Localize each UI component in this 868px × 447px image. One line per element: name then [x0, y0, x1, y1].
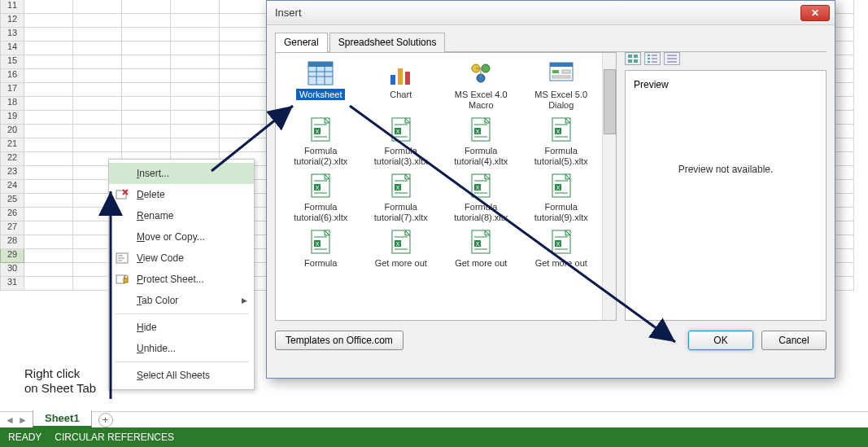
- cell[interactable]: [24, 263, 73, 277]
- template-formula-tutorial-2-xltx[interactable]: XFormula tutorial(2).xltx: [282, 116, 360, 167]
- row-header-28[interactable]: 28: [0, 235, 24, 249]
- cell[interactable]: [122, 55, 171, 69]
- cell[interactable]: [171, 14, 220, 28]
- row-header-29[interactable]: 29: [0, 249, 24, 263]
- close-button[interactable]: ✕: [800, 5, 830, 21]
- cell[interactable]: [171, 111, 220, 125]
- template-list[interactable]: WorksheetChartMS Excel 4.0 MacroMS Excel…: [275, 52, 617, 321]
- cell[interactable]: [171, 69, 220, 83]
- cell[interactable]: [24, 180, 73, 194]
- tab-general[interactable]: General: [275, 33, 328, 52]
- cell[interactable]: [171, 28, 220, 42]
- row-header-19[interactable]: 19: [0, 111, 24, 125]
- template-formula-tutorial-9-xltx[interactable]: XFormula tutorial(9).xltx: [523, 172, 600, 223]
- row-header-31[interactable]: 31: [0, 277, 24, 291]
- cell[interactable]: [220, 83, 268, 97]
- row-header-24[interactable]: 24: [0, 180, 24, 194]
- row-header-20[interactable]: 20: [0, 125, 24, 138]
- cell[interactable]: [24, 166, 73, 180]
- cell[interactable]: [73, 28, 122, 42]
- row-header-12[interactable]: 12: [0, 14, 24, 28]
- cell[interactable]: [24, 152, 73, 166]
- row-header-18[interactable]: 18: [0, 97, 24, 111]
- row-header-26[interactable]: 26: [0, 208, 24, 221]
- template-ms-excel-4-0-macro[interactable]: MS Excel 4.0 Macro: [443, 59, 520, 111]
- templates-office-button[interactable]: Templates on Office.com: [275, 331, 403, 350]
- cell[interactable]: [24, 42, 73, 55]
- cell[interactable]: [73, 0, 122, 14]
- tab-spreadsheet-solutions[interactable]: Spreadsheet Solutions: [329, 33, 446, 52]
- menu-view-code[interactable]: View Code: [109, 248, 254, 269]
- view-large-icons-button[interactable]: [625, 52, 641, 65]
- cell[interactable]: [24, 69, 73, 83]
- cell[interactable]: [24, 125, 73, 138]
- template-formula-tutorial-4-xltx[interactable]: XFormula tutorial(4).xltx: [443, 116, 520, 167]
- cell[interactable]: [171, 42, 220, 55]
- cell[interactable]: [73, 111, 122, 125]
- cell[interactable]: [24, 208, 73, 221]
- row-header-22[interactable]: 22: [0, 152, 24, 166]
- cancel-button[interactable]: Cancel: [761, 331, 827, 350]
- template-formula-tutorial-3-xltx[interactable]: XFormula tutorial(3).xltx: [363, 116, 440, 167]
- cell[interactable]: [73, 125, 122, 138]
- cell[interactable]: [24, 235, 73, 249]
- row-header-27[interactable]: 27: [0, 221, 24, 235]
- cell[interactable]: [171, 97, 220, 111]
- cell[interactable]: [122, 69, 171, 83]
- template-formula-tutorial-8-xltx[interactable]: XFormula tutorial(8).xltx: [443, 172, 520, 223]
- cell[interactable]: [73, 138, 122, 152]
- menu-move-or-copy[interactable]: Move or Copy...: [109, 226, 254, 248]
- cell[interactable]: [122, 138, 171, 152]
- template-get-more-out[interactable]: XGet more out: [443, 228, 520, 279]
- cell[interactable]: [122, 83, 171, 97]
- menu-select-all-sheets[interactable]: Select All Sheets: [109, 365, 254, 386]
- cell[interactable]: [24, 0, 73, 14]
- template-get-more-out[interactable]: XGet more out: [523, 228, 600, 279]
- cell[interactable]: [122, 28, 171, 42]
- cell[interactable]: [122, 42, 171, 55]
- cell[interactable]: [122, 0, 171, 14]
- row-header-16[interactable]: 16: [0, 69, 24, 83]
- sheet-tab-sheet1[interactable]: Sheet1: [33, 410, 92, 427]
- menu-hide[interactable]: Hide: [109, 317, 254, 338]
- cell[interactable]: [73, 69, 122, 83]
- sheet-nav-arrows[interactable]: ◄ ►: [0, 414, 33, 426]
- dialog-titlebar[interactable]: Insert ✕: [267, 1, 835, 25]
- cell[interactable]: [220, 0, 268, 14]
- template-formula-tutorial-7-xltx[interactable]: XFormula tutorial(7).xltx: [363, 172, 440, 223]
- row-header-14[interactable]: 14: [0, 42, 24, 55]
- cell[interactable]: [24, 138, 73, 152]
- row-header-15[interactable]: 15: [0, 55, 24, 69]
- cell[interactable]: [171, 83, 220, 97]
- menu-delete[interactable]: Delete: [109, 184, 254, 205]
- cell[interactable]: [73, 42, 122, 55]
- cell[interactable]: [122, 125, 171, 138]
- cell[interactable]: [220, 97, 268, 111]
- cell[interactable]: [220, 138, 268, 152]
- cell[interactable]: [24, 221, 73, 235]
- ok-button[interactable]: OK: [688, 331, 753, 350]
- cell[interactable]: [24, 83, 73, 97]
- cell[interactable]: [73, 83, 122, 97]
- template-formula-tutorial-5-xltx[interactable]: XFormula tutorial(5).xltx: [523, 116, 600, 167]
- template-formula-tutorial-6-xltx[interactable]: XFormula tutorial(6).xltx: [282, 172, 360, 223]
- cell[interactable]: [122, 14, 171, 28]
- view-list-button[interactable]: [644, 52, 661, 65]
- cell[interactable]: [24, 194, 73, 208]
- menu-protect-sheet[interactable]: Protect Sheet...: [109, 269, 254, 290]
- cell[interactable]: [24, 55, 73, 69]
- row-header-25[interactable]: 25: [0, 194, 24, 208]
- cell[interactable]: [171, 138, 220, 152]
- cell[interactable]: [122, 97, 171, 111]
- cell[interactable]: [24, 97, 73, 111]
- cell[interactable]: [122, 111, 171, 125]
- row-header-21[interactable]: 21: [0, 138, 24, 152]
- template-get-more-out[interactable]: XGet more out: [363, 228, 440, 279]
- cell[interactable]: [220, 125, 268, 138]
- template-ms-excel-5-0-dialog[interactable]: MS Excel 5.0 Dialog: [523, 59, 600, 111]
- cell[interactable]: [24, 111, 73, 125]
- cell[interactable]: [24, 277, 73, 291]
- cell[interactable]: [24, 14, 73, 28]
- template-scrollbar[interactable]: [602, 53, 616, 320]
- cell[interactable]: [220, 69, 268, 83]
